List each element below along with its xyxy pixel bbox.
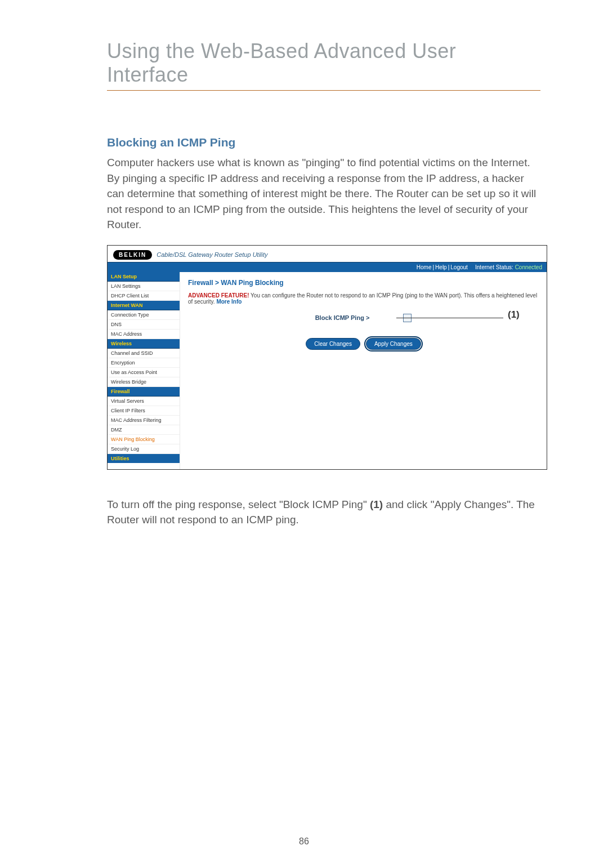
sidebar-item-dns[interactable]: DNS (108, 320, 180, 330)
button-row: Clear Changes Apply Changes (188, 338, 539, 350)
router-content: Firewall > WAN Ping Blocking ADVANCED FE… (180, 272, 547, 469)
belkin-logo: BELKIN (113, 250, 152, 260)
intro-paragraph: Computer hackers use what is known as "p… (107, 155, 540, 233)
sidebar-cat-lan: LAN Setup (108, 272, 180, 282)
status-value: Connected (515, 264, 542, 270)
status-label: Internet Status: (475, 264, 513, 270)
router-topbar: Home|Help|Logout Internet Status: Connec… (108, 262, 547, 272)
outro-paragraph: To turn off the ping response, select "B… (107, 497, 540, 528)
sidebar-item-client-ip[interactable]: Client IP Filters (108, 406, 180, 416)
block-icmp-row: Block ICMP Ping > (1) (188, 314, 539, 322)
sidebar-item-access-point[interactable]: Use as Access Point (108, 368, 180, 377)
sidebar-item-lan-settings[interactable]: LAN Settings (108, 282, 180, 291)
title-divider (107, 90, 540, 91)
clear-changes-button[interactable]: Clear Changes (306, 338, 360, 350)
outro-bold: (1) (370, 498, 383, 510)
breadcrumb: Firewall > WAN Ping Blocking (188, 279, 539, 287)
page-number: 86 (0, 836, 608, 847)
product-name: Cable/DSL Gateway Router Setup Utility (157, 251, 267, 258)
section-heading: Blocking an ICMP Ping (107, 136, 540, 149)
sidebar-item-conn-type[interactable]: Connection Type (108, 310, 180, 320)
apply-changes-button[interactable]: Apply Changes (366, 338, 421, 350)
block-icmp-label: Block ICMP Ping > (315, 314, 370, 321)
sidebar-item-bridge[interactable]: Wireless Bridge (108, 377, 180, 387)
sidebar-item-security-log[interactable]: Security Log (108, 444, 180, 454)
more-info-link[interactable]: More Info (216, 299, 242, 305)
sidebar-item-wan-ping[interactable]: WAN Ping Blocking (108, 435, 180, 444)
sidebar-item-mac[interactable]: MAC Address (108, 330, 180, 339)
outro-pre: To turn off the ping response, select "B… (107, 498, 370, 510)
sidebar-item-encryption[interactable]: Encryption (108, 358, 180, 368)
advanced-label: ADVANCED FEATURE! (188, 292, 249, 299)
sidebar-cat-wireless: Wireless (108, 339, 180, 349)
sidebar-cat-firewall: Firewall (108, 387, 180, 397)
nav-help[interactable]: Help (435, 264, 447, 270)
feature-description: ADVANCED FEATURE! You can configure the … (188, 292, 539, 305)
sidebar-item-dhcp[interactable]: DHCP Client List (108, 291, 180, 301)
sidebar-item-mac-filter[interactable]: MAC Address Filtering (108, 416, 180, 425)
sidebar-cat-utilities: Utilities (108, 454, 180, 463)
callout-line (396, 318, 503, 318)
sidebar-cat-wan: Internet WAN (108, 301, 180, 310)
page-title: Using the Web-Based Advanced User Interf… (107, 39, 540, 87)
nav-home[interactable]: Home (417, 264, 432, 270)
sidebar-item-virtual-servers[interactable]: Virtual Servers (108, 397, 180, 406)
callout-1: (1) (508, 309, 520, 321)
router-sidebar: LAN Setup LAN Settings DHCP Client List … (108, 272, 180, 469)
router-screenshot: BELKIN Cable/DSL Gateway Router Setup Ut… (107, 245, 547, 470)
router-header: BELKIN Cable/DSL Gateway Router Setup Ut… (108, 246, 547, 262)
sidebar-item-ssid[interactable]: Channel and SSID (108, 349, 180, 358)
sidebar-item-dmz[interactable]: DMZ (108, 425, 180, 435)
nav-logout[interactable]: Logout (450, 264, 468, 270)
